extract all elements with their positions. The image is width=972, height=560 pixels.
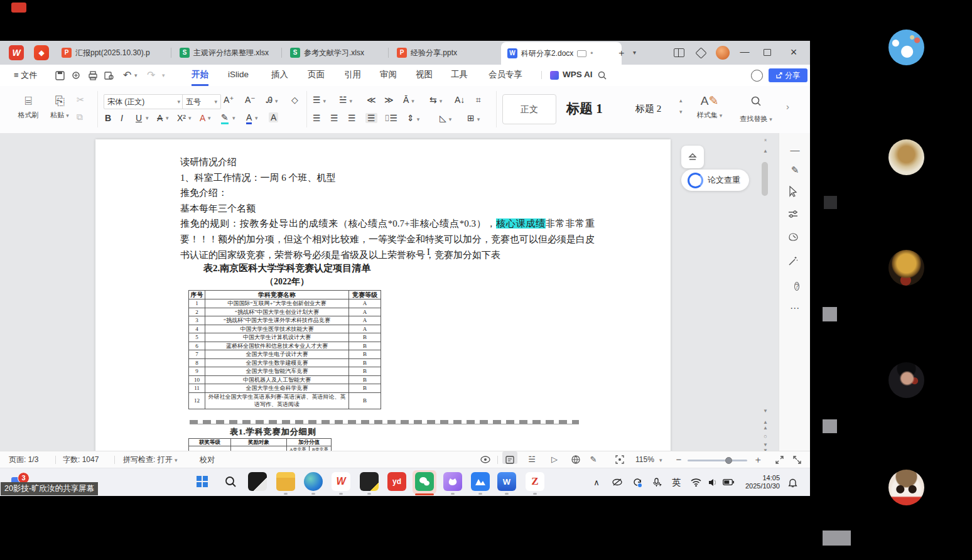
edge-browser-icon[interactable] — [304, 472, 323, 491]
distribute-icon[interactable]: ⌷☰ — [384, 113, 397, 124]
previous-page-icon[interactable]: ▲▲ — [761, 419, 770, 431]
menu-home[interactable]: 开始 — [192, 65, 208, 86]
zoom-slider-track[interactable] — [688, 460, 747, 461]
tab-report-ppt[interactable]: P 汇报ppt(2025.10.30).p — [55, 41, 183, 65]
outline-view-icon[interactable]: ☱ — [525, 451, 539, 468]
cat-app-icon[interactable] — [443, 472, 462, 491]
print-icon[interactable] — [88, 65, 98, 80]
web-layout-icon[interactable] — [569, 451, 583, 464]
menu-view[interactable]: 视图 — [416, 65, 433, 84]
cursor-select-icon[interactable] — [788, 186, 802, 197]
taskbar-dark-app-icon[interactable] — [360, 472, 379, 491]
tab-literature-xlsx[interactable]: S 参考文献学习.xlsx — [284, 41, 392, 65]
numbered-list-button[interactable]: ☱ ▾ — [339, 95, 352, 105]
menu-wps-ai[interactable]: WPS AI — [563, 65, 593, 84]
font-name-select[interactable]: 宋体 (正文)▾ — [104, 94, 184, 109]
format-painter-button[interactable]: ⌸ 格式刷 — [14, 92, 43, 120]
redo-chevron[interactable]: ▾ — [162, 65, 165, 86]
styles-down-chevron[interactable]: ▾ — [679, 109, 683, 115]
participant-avatar-golden-flower[interactable] — [888, 250, 924, 286]
ruler-toggle-icon[interactable]: ⌅ — [761, 137, 770, 143]
pinyin-guide-icon[interactable]: Ā ▾ — [403, 95, 414, 105]
zoom-out-button[interactable]: − — [673, 451, 684, 468]
collapse-widget-button[interactable] — [681, 146, 704, 168]
settings-sliders-icon[interactable] — [788, 210, 802, 218]
page-indicator[interactable]: 页面: 1/3 — [9, 451, 38, 468]
superscript-button[interactable]: X² — [177, 113, 186, 123]
eye-preview-icon[interactable] — [478, 451, 492, 463]
zoom-in-button[interactable]: ＋ — [752, 451, 764, 468]
play-view-icon[interactable]: ▷ — [548, 451, 561, 468]
microphone-icon[interactable] — [651, 468, 664, 487]
paste-button[interactable]: ⎘ 粘贴 ▾ — [45, 92, 74, 120]
taskbar-notes-app-icon[interactable] — [248, 472, 267, 491]
tab-list-chevron[interactable]: ▾ — [633, 46, 636, 60]
magic-wand-icon[interactable] — [788, 256, 802, 266]
search-icon[interactable] — [598, 65, 607, 80]
word-app-icon[interactable]: W — [497, 472, 516, 491]
participant-avatar-cartoon-girl[interactable] — [888, 470, 924, 505]
font-size-select[interactable]: 五号▾ — [182, 94, 221, 109]
sync-icon[interactable] — [630, 468, 644, 487]
minimize-button[interactable]: — — [736, 46, 753, 57]
wrap-icon[interactable]: ⇆ ▾ — [429, 95, 442, 105]
text-outline-button[interactable]: A — [200, 113, 205, 123]
wps-office-icon[interactable]: W — [332, 472, 350, 491]
menu-tools[interactable]: 工具 — [451, 65, 468, 84]
tab-experience-pptx[interactable]: P 经验分享.pptx — [391, 41, 507, 65]
wechat-icon[interactable] — [415, 472, 434, 491]
undo-chevron[interactable]: ▾ — [134, 65, 138, 86]
paper-check-button[interactable]: 论文查重 — [681, 170, 749, 191]
ribbon-expand-chevron[interactable]: › — [786, 101, 789, 112]
taskbar-search-icon[interactable] — [221, 472, 240, 491]
help-icon[interactable]: ? — [790, 280, 804, 291]
word-count[interactable]: 字数: 1047 — [63, 451, 99, 468]
menu-islide[interactable]: iSlide — [228, 65, 249, 84]
line-spacing-icon[interactable]: ⇕ ▾ — [407, 113, 419, 123]
select-browse-object-icon[interactable]: ○ — [761, 433, 770, 439]
align-center-icon[interactable]: ☰ — [330, 113, 338, 123]
docer-app-icon[interactable]: ◆ — [34, 45, 49, 60]
zoom-slider-thumb[interactable] — [725, 457, 732, 464]
redo-icon[interactable]: ↷ — [147, 65, 155, 86]
battery-icon[interactable] — [721, 468, 736, 485]
underline-button[interactable]: U — [136, 113, 142, 123]
tray-expand-chevron[interactable]: ∧ — [590, 468, 603, 496]
style-heading2[interactable]: 标题 2 — [635, 103, 661, 115]
pen-annotate-icon[interactable]: ✎ — [788, 164, 802, 176]
sort-icon[interactable]: A↓ — [455, 95, 465, 105]
print-preview-icon[interactable] — [104, 65, 114, 80]
highlight-chevron[interactable]: ▾ — [232, 115, 235, 121]
justify-icon[interactable]: ☰ — [365, 113, 377, 123]
participant-avatar-puppy[interactable] — [888, 139, 924, 175]
proofread-button[interactable]: 校对 — [200, 451, 215, 468]
more-options-icon[interactable]: ⋯ — [788, 303, 802, 314]
char-shading-button[interactable]: A — [269, 112, 278, 122]
speaker-icon[interactable] — [706, 468, 720, 487]
wps-logo-icon[interactable]: W — [9, 45, 24, 60]
meeting-app-icon[interactable] — [471, 472, 490, 491]
find-replace-button[interactable]: 查找替换 ▾ — [736, 92, 776, 124]
copy-icon[interactable]: ⧉ — [77, 112, 83, 122]
focus-mode-icon[interactable] — [613, 451, 627, 464]
workspace-icon[interactable] — [695, 47, 706, 58]
share-button[interactable]: 分享 — [769, 68, 807, 82]
notification-bell-icon[interactable] — [785, 468, 800, 487]
bold-button[interactable]: B — [105, 113, 111, 123]
scroll-up-icon[interactable]: ▲ — [761, 148, 770, 154]
scroll-down-icon[interactable]: ▼ — [761, 408, 770, 414]
font-color-button[interactable]: A — [246, 112, 252, 124]
document-page[interactable]: 读研情况介绍 1、科室工作情况：一周 6 个班、机型 推免介绍： 基本每年三个名… — [95, 139, 671, 451]
menu-page[interactable]: 页面 — [308, 65, 325, 84]
tab-research-share-docx[interactable]: W 科研分享2.docx • — [501, 42, 622, 65]
align-right-icon[interactable]: ☰ — [348, 113, 356, 123]
ruler-icon[interactable]: ⌗ — [476, 95, 481, 105]
decrease-indent-icon[interactable]: ≪ — [367, 95, 376, 105]
zoom-percentage[interactable]: 115% — [635, 451, 654, 468]
participant-avatar-sky-sheep[interactable] — [888, 30, 924, 65]
strikethrough-button[interactable]: A — [157, 113, 163, 123]
menu-review[interactable]: 审阅 — [380, 65, 397, 84]
output-icon[interactable] — [72, 65, 81, 80]
style-heading1[interactable]: 标题 1 — [566, 100, 603, 117]
border-icon[interactable]: ⊞ ▾ — [467, 113, 480, 123]
